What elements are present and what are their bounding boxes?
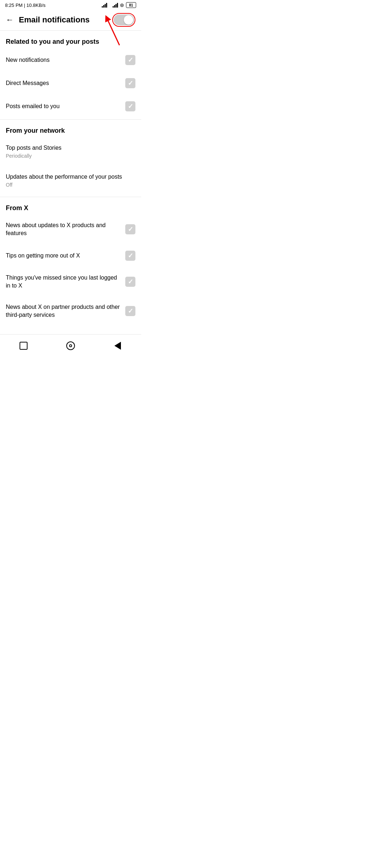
list-item-updates-performance[interactable]: Updates about the performance of your po… [6, 166, 135, 195]
direct-messages-label: Direct Messages [6, 79, 125, 87]
list-item-tips-x: Tips on getting more out of X ✓ [6, 244, 135, 267]
check-icon: ✓ [128, 226, 133, 233]
signal-bars-1 [102, 3, 107, 8]
section-related-title: Related to you and your posts [6, 38, 135, 46]
section-from-x: From X News about updates to X products … [0, 197, 141, 327]
new-notifications-checkbox[interactable]: ✓ [125, 55, 135, 65]
top-posts-label: Top posts and Stories Periodically [6, 144, 135, 160]
news-updates-label: News about updates to X products and fea… [6, 221, 125, 238]
list-item-direct-messages: Direct Messages ✓ [6, 72, 135, 95]
circle-inner-icon [69, 344, 72, 347]
signal-bars-2 [113, 3, 118, 8]
updates-performance-sub: Off [6, 182, 131, 189]
posts-emailed-label: Posts emailed to you [6, 102, 125, 110]
check-icon: ✓ [128, 308, 133, 314]
header-left: ← Email notifications [6, 15, 90, 25]
section-from-network: From your network Top posts and Stories … [0, 120, 141, 197]
section-related: Related to you and your posts New notifi… [0, 31, 141, 119]
list-item-new-notifications: New notifications ✓ [6, 48, 135, 72]
new-notifications-label: New notifications [6, 56, 125, 64]
back-button[interactable]: ← [6, 15, 14, 25]
section-from-network-title: From your network [6, 127, 135, 135]
square-icon [20, 342, 28, 350]
nav-square-button[interactable] [17, 340, 30, 352]
page-header: ← Email notifications [0, 9, 141, 31]
nav-bar [0, 334, 141, 359]
nav-home-button[interactable] [64, 340, 77, 352]
updates-performance-main: Updates about the performance of your po… [6, 173, 131, 181]
updates-performance-label: Updates about the performance of your po… [6, 173, 135, 189]
nav-back-button[interactable] [112, 340, 124, 352]
check-icon: ✓ [128, 57, 133, 63]
check-icon: ✓ [128, 80, 133, 86]
toggle-knob [124, 15, 133, 25]
list-item-posts-emailed: Posts emailed to you ✓ [6, 95, 135, 118]
check-icon: ✓ [128, 252, 133, 259]
partner-products-label: News about X on partner products and oth… [6, 303, 125, 319]
missed-checkbox[interactable]: ✓ [125, 277, 135, 287]
list-item-top-posts[interactable]: Top posts and Stories Periodically [6, 137, 135, 166]
top-posts-main: Top posts and Stories [6, 144, 131, 152]
status-bar: 8:25 PM | 10.8KB/s ⊛ 81 [0, 0, 141, 9]
tips-x-checkbox[interactable]: ✓ [125, 251, 135, 261]
news-updates-checkbox[interactable]: ✓ [125, 224, 135, 234]
triangle-icon [114, 342, 121, 350]
posts-emailed-checkbox[interactable]: ✓ [125, 101, 135, 111]
partner-products-checkbox[interactable]: ✓ [125, 306, 135, 316]
email-notifications-toggle[interactable] [114, 14, 134, 25]
direct-messages-checkbox[interactable]: ✓ [125, 78, 135, 88]
status-icons: ⊛ 81 [102, 2, 136, 8]
list-item-news-updates: News about updates to X products and fea… [6, 215, 135, 244]
check-icon: ✓ [128, 278, 133, 285]
top-posts-sub: Periodically [6, 153, 131, 160]
list-item-missed: Things you've missed since you last logg… [6, 267, 135, 297]
section-from-x-title: From X [6, 204, 135, 212]
tips-x-label: Tips on getting more out of X [6, 252, 125, 260]
check-icon: ✓ [128, 103, 133, 110]
status-time: 8:25 PM | 10.8KB/s [5, 3, 46, 8]
circle-icon [66, 341, 75, 350]
page-title: Email notifications [19, 15, 90, 25]
email-notifications-toggle-wrapper[interactable] [112, 13, 135, 27]
wifi-icon: ⊛ [120, 2, 124, 8]
list-item-partner-products: News about X on partner products and oth… [6, 297, 135, 326]
missed-label: Things you've missed since you last logg… [6, 274, 125, 290]
battery-icon: 81 [126, 2, 136, 8]
